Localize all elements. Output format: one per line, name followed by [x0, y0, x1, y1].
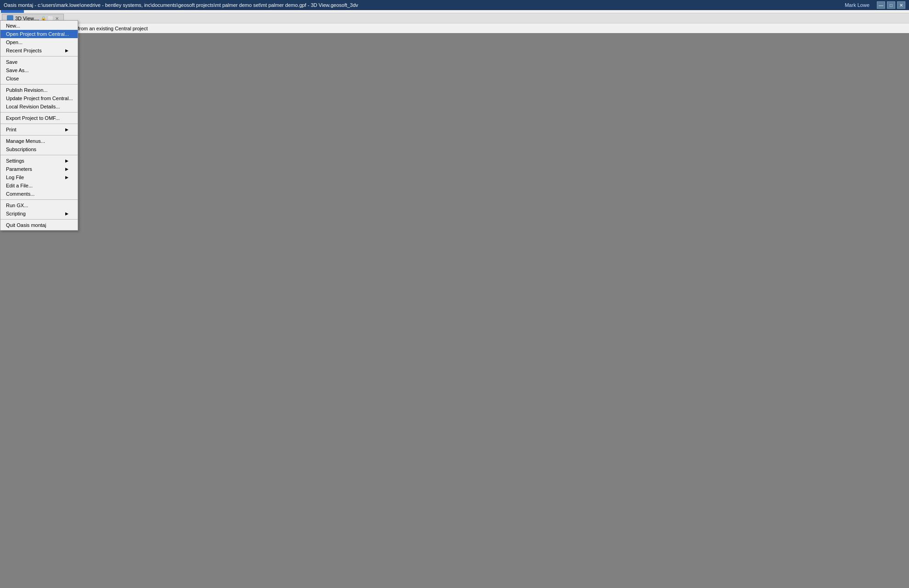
menu-option-publish-revision-[interactable]: Publish Revision... — [0, 86, 78, 94]
title-bar-controls: — □ ✕ — [877, 1, 905, 9]
menu-option-run-gx-[interactable]: Run GX... — [0, 201, 78, 209]
menu-option-label: Log File — [6, 175, 24, 180]
menu-option-label: Export Project to OMF... — [6, 115, 60, 121]
minimize-button[interactable]: — — [877, 1, 885, 9]
menu-option-label: Save As... — [6, 68, 29, 73]
project-dropdown-menu: New...Open Project from Central...Open..… — [0, 20, 78, 231]
menu-option-open-[interactable]: Open... — [0, 38, 78, 46]
menu-option-quit-oasis-montaj[interactable]: Quit Oasis montaj — [0, 221, 78, 229]
menu-divider-16 — [0, 135, 78, 136]
menu-option-scripting[interactable]: Scripting▶ — [0, 209, 78, 218]
menu-option-parameters[interactable]: Parameters▶ — [0, 165, 78, 173]
menu-option-label: Close — [6, 76, 19, 81]
menu-option-label: Print — [6, 127, 17, 132]
menu-divider-4 — [0, 56, 78, 57]
submenu-arrow-icon: ▶ — [65, 175, 68, 180]
menu-divider-14 — [0, 124, 78, 124]
title-bar-title: Oasis montaj - c:\users\mark.lowe\onedri… — [4, 2, 358, 8]
menu-option-close[interactable]: Close — [0, 74, 78, 83]
bottom-tabs-bar: 3D View.... 🔒 ⬜ ✕ — [0, 13, 909, 23]
menu-option-subscriptions[interactable]: Subscriptions — [0, 145, 78, 153]
menu-option-label: Update Project from Central... — [6, 96, 73, 101]
menu-option-recent-projects[interactable]: Recent Projects▶ — [0, 46, 78, 55]
submenu-arrow-icon: ▶ — [65, 48, 68, 53]
user-info: Mark Lowe — [845, 2, 869, 8]
menu-option-label: New... — [6, 23, 20, 28]
menu-option-save-as-[interactable]: Save As... — [0, 66, 78, 74]
menu-option-settings[interactable]: Settings▶ — [0, 157, 78, 165]
title-bar: Oasis montaj - c:\users\mark.lowe\onedri… — [0, 0, 909, 10]
maximize-button[interactable]: □ — [887, 1, 895, 9]
close-window-button[interactable]: ✕ — [897, 1, 905, 9]
menu-option-new-[interactable]: New... — [0, 22, 78, 30]
menu-option-label: Edit a File... — [6, 183, 33, 188]
menu-option-save[interactable]: Save — [0, 58, 78, 66]
menu-option-comments-[interactable]: Comments... — [0, 190, 78, 198]
menu-divider-19 — [0, 155, 78, 155]
menu-option-label: Settings — [6, 158, 24, 164]
menu-option-log-file[interactable]: Log File▶ — [0, 173, 78, 181]
menu-option-label: Local Revision Details... — [6, 104, 60, 109]
menu-option-label: Quit Oasis montaj — [6, 222, 46, 228]
menu-option-label: Subscriptions — [6, 147, 36, 152]
menu-option-label: Open... — [6, 40, 23, 45]
menu-option-label: Publish Revision... — [6, 87, 48, 93]
menu-option-open-project-from-central-[interactable]: Open Project from Central... — [0, 30, 78, 38]
menu-option-label: Open Project from Central... — [6, 31, 69, 37]
submenu-arrow-icon: ▶ — [65, 167, 68, 171]
menu-divider-12 — [0, 112, 78, 113]
menu-option-label: Run GX... — [6, 203, 28, 208]
menu-option-local-revision-details-[interactable]: Local Revision Details... — [0, 102, 78, 111]
submenu-arrow-icon: ▶ — [65, 127, 68, 132]
menu-option-update-project-from-central-[interactable]: Update Project from Central... — [0, 94, 78, 102]
menu-option-print[interactable]: Print▶ — [0, 125, 78, 134]
menu-option-label: Manage Menus... — [6, 138, 45, 144]
submenu-arrow-icon: ▶ — [65, 211, 68, 216]
menu-option-label: Comments... — [6, 191, 34, 197]
menu-divider-8 — [0, 84, 78, 85]
menu-option-edit-a-file-[interactable]: Edit a File... — [0, 181, 78, 190]
menu-option-export-project-to-omf-[interactable]: Export Project to OMF... — [0, 114, 78, 122]
menu-divider-25 — [0, 199, 78, 200]
menu-option-label: Parameters — [6, 166, 32, 172]
menu-option-label: Save — [6, 59, 17, 65]
status-bar: Create a new Geosoft project file from a… — [0, 23, 909, 33]
menu-option-manage-menus-[interactable]: Manage Menus... — [0, 137, 78, 145]
submenu-arrow-icon: ▶ — [65, 158, 68, 163]
menu-divider-28 — [0, 219, 78, 220]
menu-option-label: Scripting — [6, 211, 26, 216]
menu-option-label: Recent Projects — [6, 48, 42, 53]
